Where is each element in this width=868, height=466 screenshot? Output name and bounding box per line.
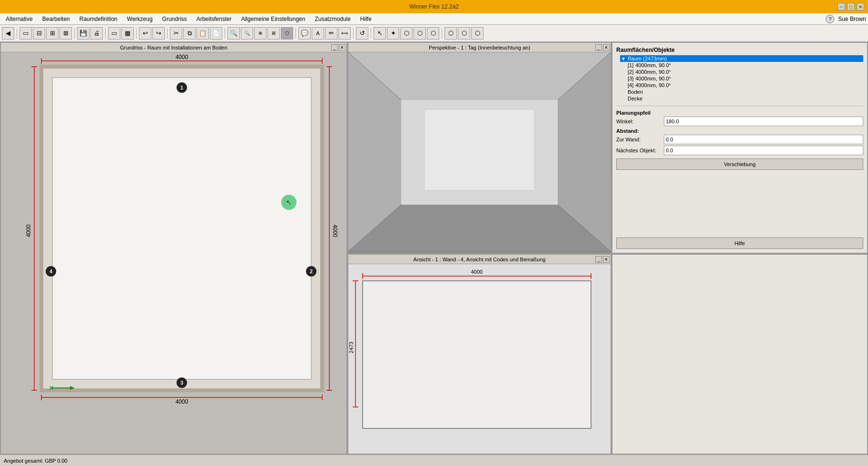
- zur-wand-row: Zur Wand:: [616, 135, 863, 144]
- svg-text:3: 3: [180, 380, 183, 386]
- svg-text:4000: 4000: [471, 269, 483, 275]
- tree-wall-3-value: 4000mm, 90.0°: [635, 76, 671, 81]
- menu-zusatzmodule[interactable]: Zusatzmodule: [311, 15, 354, 23]
- zoom-in-button[interactable]: 🔍: [227, 27, 240, 40]
- properties-title: Raumflächen/Objekte: [616, 47, 863, 53]
- view-split-v-button[interactable]: ⊞: [46, 27, 59, 40]
- obj-btn2[interactable]: ⬡: [458, 27, 470, 40]
- tree-wall-1[interactable]: [1] 4000mm, 90.0°: [628, 62, 863, 69]
- view-quad-button[interactable]: ⊠: [59, 27, 72, 40]
- wall-minimize-btn[interactable]: _: [595, 256, 602, 263]
- app-title: Winner Flex 12.2a2: [409, 3, 459, 10]
- view2-button[interactable]: ▦: [121, 27, 134, 40]
- view-split-h-button[interactable]: ⊟: [33, 27, 45, 40]
- view-single-button[interactable]: ▭: [20, 27, 32, 40]
- tree-wall-2[interactable]: [2] 4000mm, 90.0°: [628, 69, 863, 75]
- toolbar-sep-9: [371, 28, 371, 39]
- rotate-button[interactable]: ↺: [356, 27, 368, 40]
- svg-text:2: 2: [310, 268, 313, 274]
- menu-alternative[interactable]: Alternative: [2, 15, 37, 23]
- perspective-minimize-btn[interactable]: _: [595, 44, 602, 51]
- menu-arbeitsfenster[interactable]: Arbeitsfenster: [193, 15, 236, 23]
- perspective-title: Perspektive - 1 : Tag (Innenbeleuchtung …: [429, 45, 530, 50]
- menu-grundriss[interactable]: Grundriss: [158, 15, 191, 23]
- tree-wall-4[interactable]: [4] 4000mm, 90.0°: [628, 82, 863, 89]
- tree-boden[interactable]: Boden: [628, 89, 863, 95]
- zoom-pan-button[interactable]: ⬡: [281, 27, 293, 40]
- svg-text:1: 1: [180, 85, 183, 90]
- svg-rect-37: [424, 109, 534, 190]
- wall-titlebar: Ansicht - 1 : Wand - 4, Ansicht mit Code…: [348, 255, 611, 264]
- status-text: Angebot gesamt: GBP 0.00: [4, 458, 68, 464]
- paste-special-button[interactable]: 📄: [210, 27, 222, 40]
- obj-btn1[interactable]: ⬡: [444, 27, 457, 40]
- zoom-window-button[interactable]: ⊞: [267, 27, 280, 40]
- perspective-close-btn[interactable]: ✕: [603, 44, 610, 51]
- undo-button[interactable]: ↩: [139, 27, 151, 40]
- move-button[interactable]: ✦: [387, 27, 399, 40]
- annotation-button[interactable]: 💬: [298, 27, 311, 40]
- help-button[interactable]: Hilfe: [616, 238, 863, 249]
- svg-rect-46: [363, 281, 591, 428]
- stretch-button[interactable]: ⬡: [427, 27, 439, 40]
- floorplan-panel-controls: _ ✕: [331, 44, 345, 51]
- menu-allgemeine-einstellungen[interactable]: Allgemeine Einstellungen: [237, 15, 309, 23]
- user-area: ? Sue Brown: [826, 15, 866, 23]
- floorplan-close-btn[interactable]: ✕: [339, 44, 345, 51]
- draw-button[interactable]: ✏: [325, 27, 337, 40]
- toolbar-sep-2: [74, 28, 75, 39]
- redo-button[interactable]: ↪: [152, 27, 165, 40]
- save-button[interactable]: 💾: [77, 27, 89, 40]
- align-button[interactable]: ⬡: [400, 27, 413, 40]
- tree-boden-label: Boden: [628, 89, 643, 95]
- perspective-view[interactable]: [348, 52, 611, 253]
- perspective-panel-controls: _ ✕: [595, 44, 610, 51]
- tree-wall-3[interactable]: [3] 4000mm, 90.0°: [628, 75, 863, 82]
- properties-panel: Raumflächen/Objekte ▼ Raum (2473mm) [1] …: [612, 42, 868, 254]
- naechstes-objekt-input[interactable]: [664, 146, 863, 155]
- zoom-fit-button[interactable]: ⊕: [254, 27, 266, 40]
- zoom-out-button[interactable]: 🔍: [241, 27, 253, 40]
- minimize-button[interactable]: ─: [838, 3, 845, 10]
- winkel-input[interactable]: [664, 117, 863, 126]
- toolbar-sep-10: [442, 28, 442, 39]
- zur-wand-input[interactable]: [664, 135, 863, 144]
- text-button[interactable]: A: [312, 27, 324, 40]
- menu-bearbeiten[interactable]: Bearbeiten: [39, 15, 74, 23]
- dimension-button[interactable]: ⟺: [338, 27, 351, 40]
- view1-button[interactable]: ▭: [108, 27, 120, 40]
- obj-btn3[interactable]: ⬡: [471, 27, 483, 40]
- wall-view[interactable]: 4000 2473: [348, 264, 611, 454]
- paste-button[interactable]: 📋: [197, 27, 209, 40]
- main-area: Grundriss - Raum mit Installationen am B…: [0, 42, 868, 455]
- help-icon[interactable]: ?: [826, 15, 834, 23]
- cut-button[interactable]: ✂: [170, 27, 182, 40]
- floorplan-canvas[interactable]: 4000 4000 4000 4000 1: [1, 52, 346, 454]
- toolbar-sep-7: [296, 28, 296, 39]
- floorplan-minimize-btn[interactable]: _: [331, 44, 338, 51]
- wall-title: Ansicht - 1 : Wand - 4, Ansicht mit Code…: [414, 257, 546, 262]
- floorplan-title: Grundriss - Raum mit Installationen am B…: [120, 45, 227, 50]
- back-button[interactable]: ◀: [2, 27, 14, 40]
- copy-button[interactable]: ⧉: [183, 27, 196, 40]
- menu-hilfe[interactable]: Hilfe: [356, 15, 375, 23]
- window-controls: ─ □ ✕: [838, 3, 864, 10]
- tree-decke[interactable]: Decke: [628, 95, 863, 102]
- title-bar: Winner Flex 12.2a2 ─ □ ✕: [0, 0, 868, 13]
- tree-wall-4-num: [4]: [628, 82, 633, 88]
- print-button[interactable]: 🖨: [90, 27, 103, 40]
- toolbar-sep-3: [105, 28, 106, 39]
- select-button[interactable]: ↖: [374, 27, 386, 40]
- wall-close-btn[interactable]: ✕: [603, 256, 610, 263]
- menu-raumdefinition[interactable]: Raumdefinition: [76, 15, 121, 23]
- mirror-button[interactable]: ⬡: [414, 27, 426, 40]
- close-button[interactable]: ✕: [857, 3, 864, 10]
- maximize-button[interactable]: □: [847, 3, 855, 10]
- svg-text:4000: 4000: [25, 224, 32, 237]
- tree-room[interactable]: ▼ Raum (2473mm): [620, 55, 863, 62]
- menu-werkzeug[interactable]: Werkzeug: [123, 15, 157, 23]
- toolbar-sep-4: [136, 28, 137, 39]
- svg-text:4000: 4000: [332, 225, 338, 238]
- verschiebung-button[interactable]: Verschiebung: [616, 159, 863, 170]
- svg-text:2473: 2473: [348, 342, 354, 353]
